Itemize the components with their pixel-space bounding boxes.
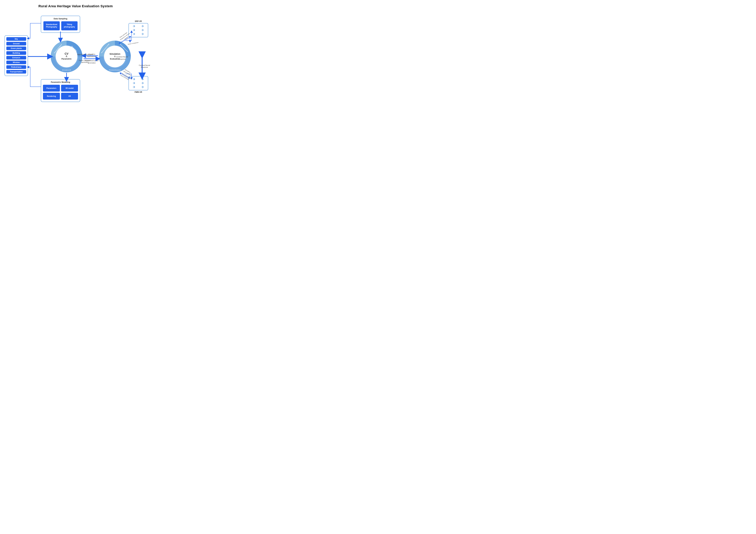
- svg-line-29: [121, 73, 129, 79]
- diagram: Data Sampling Standardized Photography T…: [0, 11, 151, 108]
- svg-text:cognitive: cognitive: [124, 36, 129, 40]
- plane-icon-6: ✈: [141, 33, 144, 36]
- plane-icon-4: ✈: [141, 29, 144, 32]
- cv-parametric-circle: CV & Parametric Street View Semantic Rec…: [50, 40, 83, 73]
- erp-image-box: ✈ ✈ ✈ ✈ ✈ ✈: [128, 23, 148, 37]
- parametric-title: Parametric Modeling: [43, 81, 78, 83]
- svg-text:3D model & VR: 3D model & VR: [62, 69, 71, 71]
- svg-text:Brain potentials: Brain potentials: [119, 32, 127, 38]
- vr-button[interactable]: VR: [61, 93, 78, 100]
- plane-icon-5: ✈: [133, 33, 135, 36]
- pedestrians-item[interactable]: Pedestrians: [6, 65, 26, 69]
- fmri-plane-icon-4: ✈: [141, 82, 144, 85]
- fmri-plane-icon-2: ✈: [141, 78, 144, 81]
- plane-icon-2: ✈: [141, 25, 144, 28]
- svg-text:Cerebral Neural: Cerebral Neural: [139, 64, 150, 66]
- sky-item[interactable]: Sky: [6, 37, 26, 41]
- plane-icon-3: ✈: [133, 29, 135, 32]
- ground-item[interactable]: Ground: [6, 42, 26, 45]
- fmri-vr-box: ✈ ✈ ✈ ✈ ✈ ✈ FMRI-VR: [128, 76, 148, 93]
- plane-icon-1: ✈: [133, 25, 135, 28]
- semantic-items-box: Sky Ground Green plants Building Entranc…: [5, 35, 28, 76]
- future-space-text: Future rural space generation: [85, 60, 98, 64]
- svg-text:&: &: [66, 55, 68, 58]
- cerebral-neural-text: Cerebral Neural Response: [115, 56, 129, 61]
- svg-text:CV: CV: [65, 52, 68, 55]
- fmri-plane-icon-3: ✈: [133, 82, 135, 85]
- data-sampling-title: Data Sampling: [43, 17, 78, 20]
- fmri-label: FMRI-VR: [128, 91, 148, 93]
- erp-vr-box: ERP-VR ✈ ✈ ✈ ✈ ✈ ✈: [128, 20, 148, 37]
- fmri-plane-icon-6: ✈: [141, 86, 144, 89]
- 3d-model-button[interactable]: 3D model: [61, 85, 78, 91]
- fmri-image-box: ✈ ✈ ✈ ✈ ✈ ✈: [128, 76, 148, 90]
- fmri-plane-icon-1: ✈: [133, 78, 135, 81]
- svg-line-28: [120, 72, 130, 78]
- parameters-button[interactable]: Parameters: [43, 85, 60, 91]
- svg-text:Simulation: Simulation: [109, 53, 121, 55]
- svg-text:Parametric: Parametric: [61, 58, 71, 60]
- page-title: Rural Area Heritage Value Evaluation Sys…: [0, 0, 151, 11]
- svg-text:Area of the brain: Area of the brain: [120, 74, 129, 80]
- green-plants-item[interactable]: Green plants: [6, 46, 26, 50]
- svg-text:Response: Response: [141, 66, 148, 68]
- tilting-photo-button[interactable]: Tilting photography: [61, 21, 78, 30]
- fmri-plane-icon-5: ✈: [133, 86, 135, 89]
- entrance-item[interactable]: Entrance: [6, 56, 26, 60]
- rendering-button[interactable]: Rendering: [43, 93, 60, 100]
- parametric-modeling-box: Parametric Modeling Parameters 3D model …: [41, 79, 80, 102]
- transportation-item[interactable]: Transportation: [6, 70, 26, 74]
- svg-text:Perceived Emotions: Perceived Emotions: [109, 69, 121, 71]
- algorithm-improvement-text: Algorithm improvement: [85, 53, 98, 58]
- standardized-photo-button[interactable]: Standardized Photography: [43, 21, 60, 30]
- data-sampling-box: Data Sampling Standardized Photography T…: [41, 16, 80, 33]
- window-item[interactable]: Window: [6, 61, 26, 64]
- building-item[interactable]: Building: [6, 51, 26, 55]
- erp-label: ERP-VR: [128, 20, 148, 22]
